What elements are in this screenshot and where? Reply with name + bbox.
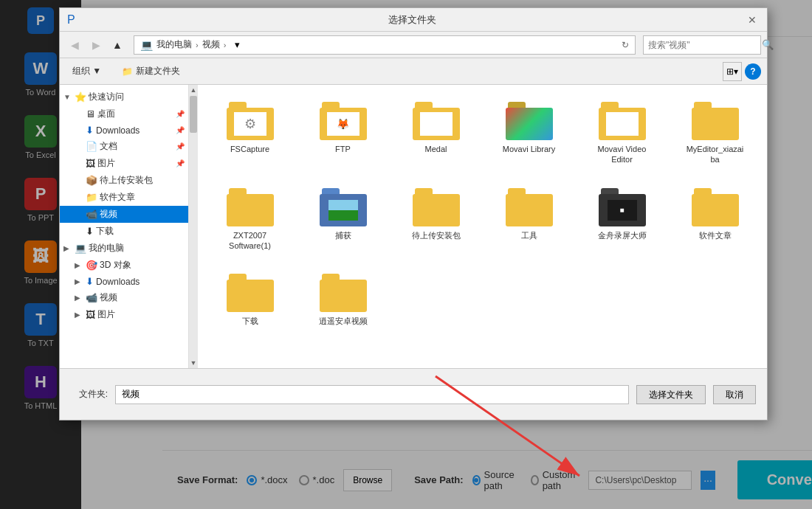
xiazai-icon: ⬇ <box>86 226 94 237</box>
dialog-close-button[interactable]: ✕ <box>745 13 760 27</box>
organize-button[interactable]: 组织 ▼ <box>66 62 108 80</box>
file-name-ftp: FTP <box>335 144 351 154</box>
tree-item-mycomputer[interactable]: ▶ 💻 我的电脑 <box>60 240 188 257</box>
file-item-uploadpkg[interactable]: 待上传安装包 <box>395 182 477 257</box>
file-item-jinzhou[interactable]: ■ 金舟录屏大师 <box>581 182 663 257</box>
file-item-capture[interactable]: 捕获 <box>302 182 384 257</box>
up-button[interactable]: ▲ <box>109 36 126 54</box>
tree-item-downloads-pc[interactable]: ▶ ⬇ Downloads <box>60 274 188 289</box>
tree-item-software[interactable]: 📁 软件文章 <box>60 189 188 206</box>
folder-icon-capture <box>320 188 367 226</box>
filename-input[interactable] <box>115 385 629 404</box>
new-folder-icon: 📁 <box>122 66 133 77</box>
tree-item-pictures[interactable]: 🖼 图片 📌 <box>60 155 188 172</box>
files-panel: ⚙ FSCapture 🦊 <box>198 85 767 368</box>
tree-item-uploads[interactable]: 📦 待上传安装包 <box>60 172 188 189</box>
tree-panel: ▼ ⭐ 快速访问 🖥 桌面 📌 ⬇ <box>60 85 189 368</box>
mycomputer-icon: 💻 <box>75 243 86 254</box>
folder-icon-xiaoyao <box>320 274 367 312</box>
file-name-fscapture: FSCapture <box>230 144 269 154</box>
downloads-pc-icon: ⬇ <box>86 276 94 287</box>
mycomputer-label: 我的电脑 <box>89 242 185 254</box>
tree-item-video-pc[interactable]: ▶ 📹 视频 <box>60 289 188 306</box>
dialog-titlebar: P 选择文件夹 ✕ <box>60 8 767 32</box>
search-bar: 🔍 <box>643 35 761 55</box>
search-icon: 🔍 <box>762 39 774 50</box>
folder-icon-ftp: 🦊 <box>320 102 367 140</box>
new-folder-label: 新建文件夹 <box>136 65 180 77</box>
dialog-bottom: 文件夹: 选择文件夹 取消 <box>60 368 767 420</box>
file-name-jinzhou: 金舟录屏大师 <box>598 230 647 240</box>
folder-icon-software-art <box>692 188 739 226</box>
dialog-ok-button[interactable]: 选择文件夹 <box>636 385 706 404</box>
file-name-movavi-lib: Movavi Library <box>503 144 556 154</box>
file-name-capture: 捕获 <box>335 230 351 240</box>
tree-scrollbar[interactable]: ▲ ▼ <box>189 85 198 368</box>
software-icon: 📁 <box>86 192 97 203</box>
file-item-myeditor[interactable]: MyEditor_xiazaiba <box>674 96 756 171</box>
scroll-track <box>189 95 198 358</box>
tree-item-quickaccess[interactable]: ▼ ⭐ 快速访问 <box>60 89 188 105</box>
organize-label: 组织 ▼ <box>72 65 101 77</box>
files-grid: ⚙ FSCapture 🦊 <box>209 96 756 332</box>
filename-label: 文件夹: <box>71 388 108 401</box>
dialog-cancel-button[interactable]: 取消 <box>713 385 756 404</box>
scroll-up[interactable]: ▲ <box>189 85 198 95</box>
dialog-title-icon: P <box>67 13 75 27</box>
address-dropdown-button[interactable]: ▾ <box>230 39 244 50</box>
folder-icon-movavi-lib <box>506 102 553 140</box>
help-button[interactable]: ? <box>745 63 761 80</box>
file-item-movavi-editor[interactable]: Movavi Video Editor <box>581 96 663 171</box>
file-item-movavi-lib[interactable]: Movavi Library <box>488 96 570 171</box>
file-item-fscapture[interactable]: ⚙ FSCapture <box>209 96 291 171</box>
folder-icon-uploadpkg <box>413 188 460 226</box>
file-name-xiaoyao: 逍遥安卓视频 <box>319 316 368 326</box>
file-item-xiaoyao[interactable]: 逍遥安卓视频 <box>302 268 384 332</box>
tree-item-desktop[interactable]: 🖥 桌面 📌 <box>60 105 188 122</box>
video-pc-expand: ▶ <box>75 294 83 302</box>
file-item-xiazai2[interactable]: 下载 <box>209 268 291 332</box>
file-item-software-art[interactable]: 软件文章 <box>674 182 756 257</box>
folder-icon-movavi-editor <box>599 102 646 140</box>
refresh-button[interactable]: ↻ <box>622 40 629 50</box>
video-icon: 📹 <box>86 209 97 220</box>
file-item-medal[interactable]: Medal <box>395 96 477 171</box>
video-label: 视频 <box>100 208 185 221</box>
3d-expand: ▶ <box>75 261 83 269</box>
dialog-title: 选择文件夹 <box>388 13 436 27</box>
back-button[interactable]: ◀ <box>66 36 83 54</box>
tree-item-xiazai[interactable]: ⬇ 下载 <box>60 223 188 240</box>
new-folder-button[interactable]: 📁 新建文件夹 <box>115 62 187 80</box>
address-sep2: › <box>224 41 227 49</box>
downloads-pc-expand: ▶ <box>75 277 83 285</box>
downloads-quick-icon: ⬇ <box>86 125 94 136</box>
docs-pin: 📌 <box>176 142 185 150</box>
tree-item-downloads-quick[interactable]: ⬇ Downloads 📌 <box>60 122 188 138</box>
tree-item-pictures-pc[interactable]: ▶ 🖼 图片 <box>60 306 188 323</box>
file-item-zxt[interactable]: ZXT2007 Software(1) <box>209 182 291 257</box>
xiazai-label: 下载 <box>96 225 185 238</box>
forward-button[interactable]: ▶ <box>87 36 105 54</box>
file-name-xiazai2: 下载 <box>242 316 258 326</box>
scroll-down[interactable]: ▼ <box>189 358 198 368</box>
filename-row: 文件夹: 选择文件夹 取消 <box>71 385 756 404</box>
desktop-icon: 🖥 <box>86 108 95 120</box>
tree-item-docs[interactable]: 📄 文档 📌 <box>60 138 188 155</box>
uploads-label: 待上传安装包 <box>100 174 185 187</box>
docs-label: 文档 <box>100 140 173 153</box>
quickaccess-label: 快速访问 <box>89 91 185 103</box>
pictures-pc-label: 图片 <box>97 308 185 321</box>
file-name-software-art: 软件文章 <box>699 230 732 240</box>
pictures-pc-expand: ▶ <box>75 311 83 319</box>
3d-label: 3D 对象 <box>100 259 185 271</box>
file-item-ftp[interactable]: 🦊 FTP <box>302 96 384 171</box>
folder-icon-tools <box>506 188 553 226</box>
file-item-tools[interactable]: 工具 <box>488 182 570 257</box>
tree-item-3d[interactable]: ▶ 🎯 3D 对象 <box>60 257 188 274</box>
file-name-uploadpkg: 待上传安装包 <box>412 230 461 240</box>
tree-item-video[interactable]: 📹 视频 <box>60 206 188 223</box>
mycomputer-expand: ▶ <box>63 244 72 252</box>
view-toggle-button[interactable]: ⊞▾ <box>723 62 742 81</box>
search-input[interactable] <box>648 40 759 50</box>
dialog-overlay: P 选择文件夹 ✕ ◀ ▶ ▲ 💻 我的电脑 › 视频 › ▾ ↻ <box>0 0 812 509</box>
